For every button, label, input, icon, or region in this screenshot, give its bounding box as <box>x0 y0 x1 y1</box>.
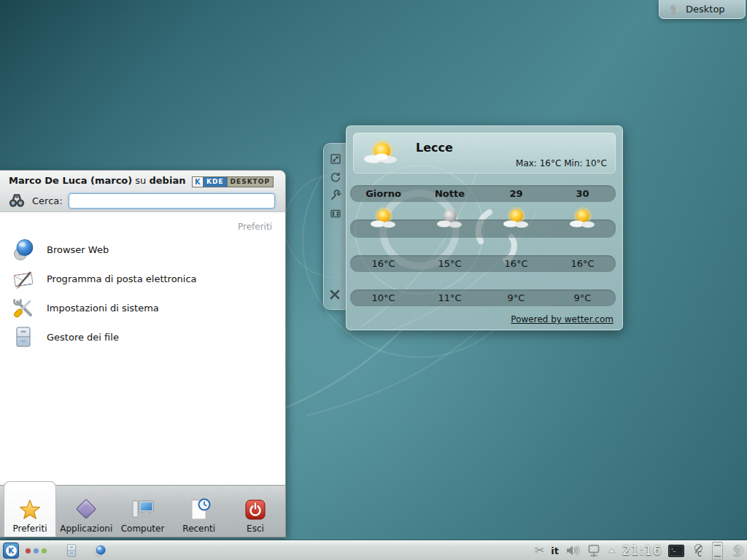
sun-clouds-icon <box>368 205 400 234</box>
close-widget-icon[interactable] <box>329 289 341 300</box>
recent-document-clock-icon <box>186 497 212 522</box>
user-name: Marco De Luca (marco) <box>9 175 132 186</box>
favorite-item-filemanager[interactable]: Gestore dei file <box>0 322 285 351</box>
high-temp: 16°C <box>371 258 395 269</box>
kickoff-favorites: Preferiti Browser Web <box>0 213 285 485</box>
network-monitor-icon[interactable] <box>587 544 601 558</box>
weather-highs-row: 16°C 15°C 16°C 16°C <box>350 255 616 272</box>
rotate-icon[interactable] <box>330 171 341 183</box>
column-label: Notte <box>435 188 465 199</box>
notes-strip-widget[interactable] <box>712 542 723 560</box>
web-browser-globe-icon <box>12 238 35 261</box>
favorite-item-mail[interactable]: Programma di posta elettronica <box>0 264 285 293</box>
bottom-panel: K ✂ it <box>0 540 747 560</box>
kmenu-launcher-button[interactable]: K <box>3 542 19 559</box>
high-temp: 16°C <box>504 258 527 269</box>
kickoff-header: Marco De Luca (marco) su debian K KDE DE… <box>0 171 285 212</box>
screen-size-icon[interactable] <box>330 208 341 219</box>
binoculars-search-icon <box>7 192 26 209</box>
high-temp: 16°C <box>570 258 594 269</box>
panel-cashew-icon[interactable] <box>729 543 745 559</box>
tab-label: Computer <box>121 524 165 534</box>
tab-applicazioni[interactable]: Applicazioni <box>60 486 112 537</box>
low-temp: 9°C <box>508 292 525 303</box>
kickoff-menu: Marco De Luca (marco) su debian K KDE DE… <box>0 170 286 537</box>
weather-city: Lecce <box>416 141 453 155</box>
sun-clouds-icon <box>567 205 599 234</box>
badge-kde-label: KDE <box>204 177 227 187</box>
weather-lows-row: 10°C 11°C 9°C 9°C <box>350 289 616 306</box>
column-label: Giorno <box>365 188 401 199</box>
computer-monitor-icon <box>130 497 156 522</box>
weather-icons-row <box>350 203 616 236</box>
favorite-item-browser[interactable]: Browser Web <box>0 235 285 264</box>
section-label: Preferiti <box>0 213 285 235</box>
terminal-icon[interactable]: ›_ <box>668 545 684 557</box>
no-data-circle-icon <box>694 544 703 552</box>
tab-recenti[interactable]: Recenti <box>173 486 225 537</box>
panel-clock[interactable]: 21:16 <box>622 543 662 558</box>
favorite-label: Impostazioni di sistema <box>47 303 159 314</box>
file-manager-cabinet-icon <box>12 325 35 349</box>
weather-minmax: Max: 16°C Min: 10°C <box>516 158 607 168</box>
low-temp: 10°C <box>371 292 395 303</box>
sun-clouds-icon <box>360 136 403 171</box>
user-identity: Marco De Luca (marco) su debian <box>9 175 185 186</box>
tab-esci[interactable]: Esci <box>229 486 282 537</box>
sun-clouds-icon <box>500 205 533 234</box>
toolbox-label: Desktop <box>686 4 725 15</box>
favorite-label: Browser Web <box>47 244 109 255</box>
kde-desktop-badge: K KDE DESKTOP <box>192 176 274 187</box>
widget-handle[interactable] <box>323 143 347 310</box>
weather-columns-row: Giorno Notte 29 30 <box>350 185 616 202</box>
web-browser-globe-icon[interactable] <box>93 544 107 558</box>
expand-tray-arrow-icon[interactable] <box>608 548 616 553</box>
tab-computer[interactable]: Computer <box>117 486 169 537</box>
celsius-label: °C <box>694 552 702 558</box>
badge-desktop-label: DESKTOP <box>227 177 273 187</box>
panel-right-group: ✂ it 21:16 ›_ °C <box>535 542 747 560</box>
keyboard-layout-indicator[interactable]: it <box>551 545 559 556</box>
scissors-klipper-icon[interactable]: ✂ <box>535 545 544 556</box>
volume-icon[interactable] <box>565 544 580 557</box>
tab-label: Recenti <box>182 524 215 534</box>
host-name: debian <box>150 175 186 186</box>
desktop-root: Desktop <box>0 0 747 560</box>
panel-left-group: K <box>0 542 107 559</box>
applications-diamond-icon <box>73 497 99 522</box>
kickoff-tab-bar: Preferiti Applicazioni Computer <box>0 485 285 537</box>
configure-wrench-icon[interactable] <box>330 190 341 201</box>
pager-dot-red[interactable] <box>26 548 31 553</box>
cashew-icon <box>667 3 680 16</box>
weather-header: Lecce Max: 16°C Min: 10°C <box>353 133 616 174</box>
desktop-toolbox-button[interactable]: Desktop <box>659 0 746 19</box>
activity-pager[interactable] <box>26 548 47 553</box>
column-label: 29 <box>509 188 522 199</box>
mail-envelope-icon <box>12 267 35 290</box>
column-label: 30 <box>576 188 589 199</box>
search-label: Cerca: <box>32 195 63 206</box>
favorite-item-settings[interactable]: Impostazioni di sistema <box>0 293 285 322</box>
search-input[interactable] <box>69 193 275 209</box>
weather-celsius-tray-icon[interactable]: °C <box>691 544 705 558</box>
low-temp: 11°C <box>438 292 461 303</box>
moon-clouds-icon <box>434 205 466 234</box>
star-icon <box>17 497 43 522</box>
search-row: Cerca: <box>7 191 275 210</box>
wetter-credit-link[interactable]: Powered by wetter.com <box>511 314 614 324</box>
pager-dot-green[interactable] <box>42 548 47 553</box>
resize-icon[interactable] <box>330 153 341 165</box>
weather-widget: Lecce Max: 16°C Min: 10°C Giorno Notte 2… <box>346 125 623 330</box>
favorite-label: Programma di posta elettronica <box>47 273 197 284</box>
tab-preferiti[interactable]: Preferiti <box>4 481 56 537</box>
tab-label: Preferiti <box>13 524 47 534</box>
pager-dot-blue[interactable] <box>34 548 39 553</box>
system-settings-tools-icon <box>12 296 35 319</box>
tab-label: Applicazioni <box>60 524 112 534</box>
user-su: su <box>132 175 149 186</box>
file-manager-cabinet-icon[interactable] <box>64 543 79 558</box>
high-temp: 15°C <box>438 258 461 269</box>
favorite-label: Gestore dei file <box>47 332 119 343</box>
kde-k-icon: K <box>6 545 17 556</box>
tab-label: Esci <box>247 524 264 534</box>
